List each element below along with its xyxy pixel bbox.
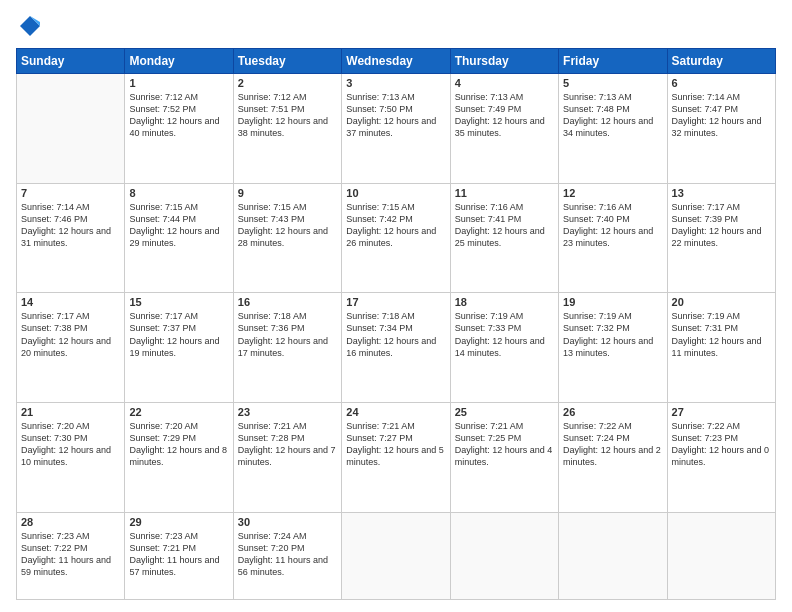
- day-info: Sunrise: 7:18 AMSunset: 7:34 PMDaylight:…: [346, 310, 445, 359]
- day-info: Sunrise: 7:16 AMSunset: 7:41 PMDaylight:…: [455, 201, 554, 250]
- day-number: 2: [238, 77, 337, 89]
- day-info: Sunrise: 7:12 AMSunset: 7:51 PMDaylight:…: [238, 91, 337, 140]
- day-info: Sunrise: 7:22 AMSunset: 7:23 PMDaylight:…: [672, 420, 771, 469]
- calendar-cell: [450, 512, 558, 599]
- day-info: Sunrise: 7:19 AMSunset: 7:31 PMDaylight:…: [672, 310, 771, 359]
- day-info: Sunrise: 7:13 AMSunset: 7:50 PMDaylight:…: [346, 91, 445, 140]
- calendar-cell: 23Sunrise: 7:21 AMSunset: 7:28 PMDayligh…: [233, 403, 341, 513]
- day-info: Sunrise: 7:12 AMSunset: 7:52 PMDaylight:…: [129, 91, 228, 140]
- calendar-cell: 25Sunrise: 7:21 AMSunset: 7:25 PMDayligh…: [450, 403, 558, 513]
- weekday-header-tuesday: Tuesday: [233, 49, 341, 74]
- day-info: Sunrise: 7:16 AMSunset: 7:40 PMDaylight:…: [563, 201, 662, 250]
- day-number: 28: [21, 516, 120, 528]
- day-number: 7: [21, 187, 120, 199]
- day-info: Sunrise: 7:15 AMSunset: 7:44 PMDaylight:…: [129, 201, 228, 250]
- day-info: Sunrise: 7:23 AMSunset: 7:22 PMDaylight:…: [21, 530, 120, 579]
- day-info: Sunrise: 7:20 AMSunset: 7:29 PMDaylight:…: [129, 420, 228, 469]
- calendar-cell: 21Sunrise: 7:20 AMSunset: 7:30 PMDayligh…: [17, 403, 125, 513]
- calendar-cell: 6Sunrise: 7:14 AMSunset: 7:47 PMDaylight…: [667, 74, 775, 184]
- day-info: Sunrise: 7:15 AMSunset: 7:43 PMDaylight:…: [238, 201, 337, 250]
- day-number: 8: [129, 187, 228, 199]
- calendar-cell: 1Sunrise: 7:12 AMSunset: 7:52 PMDaylight…: [125, 74, 233, 184]
- calendar-cell: 11Sunrise: 7:16 AMSunset: 7:41 PMDayligh…: [450, 183, 558, 293]
- weekday-header-wednesday: Wednesday: [342, 49, 450, 74]
- day-number: 24: [346, 406, 445, 418]
- calendar-cell: 18Sunrise: 7:19 AMSunset: 7:33 PMDayligh…: [450, 293, 558, 403]
- day-info: Sunrise: 7:14 AMSunset: 7:47 PMDaylight:…: [672, 91, 771, 140]
- calendar-cell: 4Sunrise: 7:13 AMSunset: 7:49 PMDaylight…: [450, 74, 558, 184]
- calendar-cell: [667, 512, 775, 599]
- day-number: 30: [238, 516, 337, 528]
- day-info: Sunrise: 7:21 AMSunset: 7:28 PMDaylight:…: [238, 420, 337, 469]
- weekday-header-saturday: Saturday: [667, 49, 775, 74]
- calendar-cell: 3Sunrise: 7:13 AMSunset: 7:50 PMDaylight…: [342, 74, 450, 184]
- day-info: Sunrise: 7:19 AMSunset: 7:33 PMDaylight:…: [455, 310, 554, 359]
- calendar-cell: 14Sunrise: 7:17 AMSunset: 7:38 PMDayligh…: [17, 293, 125, 403]
- day-number: 25: [455, 406, 554, 418]
- day-number: 16: [238, 296, 337, 308]
- day-info: Sunrise: 7:19 AMSunset: 7:32 PMDaylight:…: [563, 310, 662, 359]
- logo-icon: [16, 12, 44, 40]
- day-number: 20: [672, 296, 771, 308]
- page: SundayMondayTuesdayWednesdayThursdayFrid…: [0, 0, 792, 612]
- day-info: Sunrise: 7:21 AMSunset: 7:25 PMDaylight:…: [455, 420, 554, 469]
- calendar-week-1: 7Sunrise: 7:14 AMSunset: 7:46 PMDaylight…: [17, 183, 776, 293]
- day-number: 26: [563, 406, 662, 418]
- day-number: 10: [346, 187, 445, 199]
- calendar-cell: 7Sunrise: 7:14 AMSunset: 7:46 PMDaylight…: [17, 183, 125, 293]
- weekday-header-friday: Friday: [559, 49, 667, 74]
- day-number: 6: [672, 77, 771, 89]
- day-number: 1: [129, 77, 228, 89]
- day-info: Sunrise: 7:18 AMSunset: 7:36 PMDaylight:…: [238, 310, 337, 359]
- day-number: 18: [455, 296, 554, 308]
- calendar-cell: 22Sunrise: 7:20 AMSunset: 7:29 PMDayligh…: [125, 403, 233, 513]
- weekday-header-row: SundayMondayTuesdayWednesdayThursdayFrid…: [17, 49, 776, 74]
- calendar-cell: 8Sunrise: 7:15 AMSunset: 7:44 PMDaylight…: [125, 183, 233, 293]
- day-info: Sunrise: 7:24 AMSunset: 7:20 PMDaylight:…: [238, 530, 337, 579]
- calendar-week-4: 28Sunrise: 7:23 AMSunset: 7:22 PMDayligh…: [17, 512, 776, 599]
- calendar-cell: 19Sunrise: 7:19 AMSunset: 7:32 PMDayligh…: [559, 293, 667, 403]
- calendar-cell: 17Sunrise: 7:18 AMSunset: 7:34 PMDayligh…: [342, 293, 450, 403]
- day-number: 13: [672, 187, 771, 199]
- weekday-header-thursday: Thursday: [450, 49, 558, 74]
- calendar-cell: 15Sunrise: 7:17 AMSunset: 7:37 PMDayligh…: [125, 293, 233, 403]
- calendar-cell: 20Sunrise: 7:19 AMSunset: 7:31 PMDayligh…: [667, 293, 775, 403]
- calendar-cell: 16Sunrise: 7:18 AMSunset: 7:36 PMDayligh…: [233, 293, 341, 403]
- calendar-cell: 26Sunrise: 7:22 AMSunset: 7:24 PMDayligh…: [559, 403, 667, 513]
- calendar-cell: 24Sunrise: 7:21 AMSunset: 7:27 PMDayligh…: [342, 403, 450, 513]
- day-number: 17: [346, 296, 445, 308]
- day-number: 9: [238, 187, 337, 199]
- day-number: 19: [563, 296, 662, 308]
- day-number: 3: [346, 77, 445, 89]
- logo: [16, 12, 48, 40]
- day-number: 27: [672, 406, 771, 418]
- day-number: 22: [129, 406, 228, 418]
- day-number: 5: [563, 77, 662, 89]
- calendar-week-2: 14Sunrise: 7:17 AMSunset: 7:38 PMDayligh…: [17, 293, 776, 403]
- calendar-cell: [17, 74, 125, 184]
- calendar-cell: 27Sunrise: 7:22 AMSunset: 7:23 PMDayligh…: [667, 403, 775, 513]
- calendar-cell: 29Sunrise: 7:23 AMSunset: 7:21 PMDayligh…: [125, 512, 233, 599]
- calendar-cell: [342, 512, 450, 599]
- day-info: Sunrise: 7:13 AMSunset: 7:48 PMDaylight:…: [563, 91, 662, 140]
- day-number: 11: [455, 187, 554, 199]
- calendar-week-0: 1Sunrise: 7:12 AMSunset: 7:52 PMDaylight…: [17, 74, 776, 184]
- day-info: Sunrise: 7:13 AMSunset: 7:49 PMDaylight:…: [455, 91, 554, 140]
- calendar-cell: [559, 512, 667, 599]
- weekday-header-monday: Monday: [125, 49, 233, 74]
- calendar-cell: 30Sunrise: 7:24 AMSunset: 7:20 PMDayligh…: [233, 512, 341, 599]
- calendar-cell: 10Sunrise: 7:15 AMSunset: 7:42 PMDayligh…: [342, 183, 450, 293]
- day-info: Sunrise: 7:14 AMSunset: 7:46 PMDaylight:…: [21, 201, 120, 250]
- day-number: 15: [129, 296, 228, 308]
- svg-marker-0: [20, 16, 40, 36]
- calendar-cell: 28Sunrise: 7:23 AMSunset: 7:22 PMDayligh…: [17, 512, 125, 599]
- day-number: 14: [21, 296, 120, 308]
- day-number: 4: [455, 77, 554, 89]
- calendar-cell: 2Sunrise: 7:12 AMSunset: 7:51 PMDaylight…: [233, 74, 341, 184]
- day-info: Sunrise: 7:21 AMSunset: 7:27 PMDaylight:…: [346, 420, 445, 469]
- day-number: 23: [238, 406, 337, 418]
- day-number: 21: [21, 406, 120, 418]
- weekday-header-sunday: Sunday: [17, 49, 125, 74]
- day-info: Sunrise: 7:20 AMSunset: 7:30 PMDaylight:…: [21, 420, 120, 469]
- day-info: Sunrise: 7:23 AMSunset: 7:21 PMDaylight:…: [129, 530, 228, 579]
